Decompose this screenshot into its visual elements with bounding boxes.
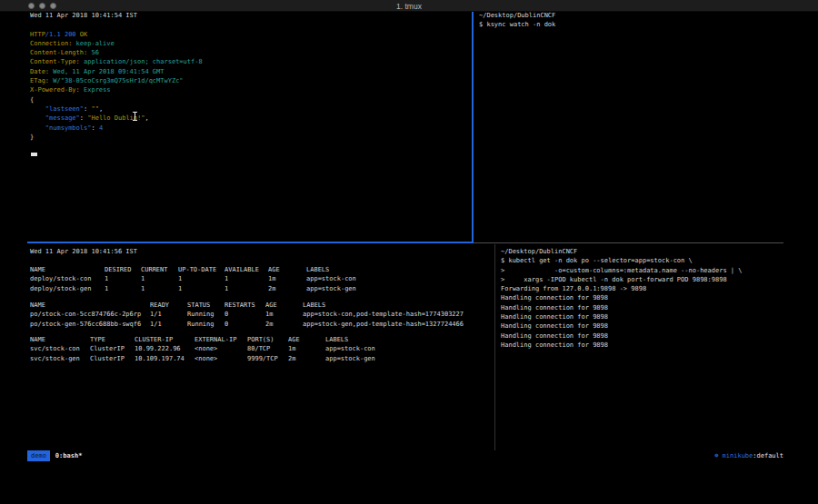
kube-namespace: :default xyxy=(753,452,783,460)
header-value: keep-alive xyxy=(76,40,115,47)
cell: <none> xyxy=(195,354,247,363)
cell: po/stock-gen-576cc688bb-swqf6 xyxy=(30,320,150,329)
cell: 1/1 xyxy=(150,310,187,319)
cell: 1 xyxy=(178,284,224,293)
cell: 1 xyxy=(141,274,178,283)
cell: 1 xyxy=(141,284,178,293)
cell: app=stock-con,pod-template-hash=17743032… xyxy=(303,310,494,319)
cell: 1m xyxy=(268,274,306,283)
json-number-value: 4 xyxy=(99,124,103,132)
cell: ClusterIP xyxy=(90,354,135,363)
json-separator: : xyxy=(80,114,87,122)
json-key: "message" xyxy=(45,114,80,122)
cell: STATUS xyxy=(187,301,224,310)
cell: AGE xyxy=(268,265,306,274)
header-value: 56 xyxy=(91,49,98,56)
cell: app=stock-gen xyxy=(325,354,462,363)
cell: UP-TO-DATE xyxy=(178,265,224,274)
cell: 1m xyxy=(288,344,325,353)
table-header-row: NAME TYPE CLUSTER-IP EXTERNAL-IP PORT(S)… xyxy=(30,335,462,344)
cell: RESTARTS xyxy=(224,301,265,310)
cell: 1 xyxy=(224,284,268,293)
json-brace: } xyxy=(30,133,34,141)
pane-ksync[interactable]: ~/Desktop/DublinCNCF $ ksync watch -n do… xyxy=(479,11,555,30)
cell: ClusterIP xyxy=(90,344,135,353)
clock-line: Wed 11 Apr 2018 10:41:54 IST xyxy=(30,12,137,19)
cell: 2m xyxy=(288,354,325,363)
header-value: application/json; charset=utf-8 xyxy=(84,58,203,65)
json-comma: , xyxy=(145,114,148,122)
cell: app=stock-con xyxy=(306,274,488,283)
cell: 9999/TCP xyxy=(247,354,288,363)
pane-border-horizontal-left[interactable] xyxy=(27,242,474,243)
clock-line: Wed 11 Apr 2018 10:41:56 IST xyxy=(30,248,137,255)
cell: TYPE xyxy=(90,335,135,344)
cell: NAME xyxy=(30,301,150,310)
cell: CURRENT xyxy=(141,265,178,274)
json-comma: , xyxy=(99,105,103,113)
window-title: 1. tmux xyxy=(0,2,818,11)
pane-port-forward[interactable]: ~/Desktop/DublinCNCF $ kubectl get -n do… xyxy=(501,247,743,350)
cell: Running xyxy=(187,310,224,319)
terminal-window: 1. tmux Wed 11 Apr 2018 10:41:54 IST HTT… xyxy=(0,0,818,504)
pane-http-response[interactable]: Wed 11 Apr 2018 10:41:54 IST HTTP/1.1 20… xyxy=(30,11,203,142)
pane-border-vertical-bottom[interactable] xyxy=(494,244,495,450)
cell: NAME xyxy=(30,335,90,344)
cell: 10.99.222.96 xyxy=(135,344,195,353)
pane-border-horizontal-right[interactable] xyxy=(474,242,783,243)
http-reason: OK xyxy=(80,31,87,38)
cell: CLUSTER-IP xyxy=(135,335,195,344)
cell: NAME xyxy=(30,265,105,274)
json-separator: : xyxy=(91,124,98,132)
cell: svc/stock-gen xyxy=(30,354,90,363)
header-value: W/"38-05coCsrg3mQ75sHr1d/qcMTwYZc" xyxy=(53,77,183,84)
header-value: Express xyxy=(84,86,111,94)
json-brace: { xyxy=(30,96,34,104)
header-name: Content-Type: xyxy=(30,58,80,65)
cell: EXTERNAL-IP xyxy=(195,335,247,344)
table-row: svc/stock-con ClusterIP 10.99.222.96 <no… xyxy=(30,344,462,353)
cell: app=stock-gen xyxy=(306,284,488,293)
cell: READY xyxy=(150,301,187,310)
kubernetes-wheel-icon: ☸ xyxy=(714,452,718,460)
cell: LABELS xyxy=(303,301,494,310)
json-string-value: "" xyxy=(91,105,98,113)
deployments-table[interactable]: NAME DESIRED CURRENT UP-TO-DATE AVAILABL… xyxy=(30,265,488,293)
cell: 1 xyxy=(224,274,268,283)
cell: po/stock-con-5cc874766c-2p6rp xyxy=(30,310,150,319)
kube-context: minikube xyxy=(723,452,753,460)
cell: app=stock-gen,pod-template-hash=13277244… xyxy=(303,320,494,329)
cell: 2m xyxy=(265,320,303,329)
tmux-session-name[interactable]: demo xyxy=(27,450,50,461)
tmux-window-tab[interactable]: 0:bash* xyxy=(55,450,83,461)
terminal-cursor xyxy=(31,153,37,156)
pods-table[interactable]: NAME READY STATUS RESTARTS AGE LABELS po… xyxy=(30,301,494,329)
pane-kubectl-watch[interactable]: Wed 11 Apr 2018 10:41:56 IST xyxy=(30,247,137,256)
json-key: "lastseen" xyxy=(45,105,84,113)
json-key: "numsymbols" xyxy=(45,124,92,132)
table-row: svc/stock-gen ClusterIP 10.109.197.74 <n… xyxy=(30,354,462,363)
cell: LABELS xyxy=(306,265,488,274)
header-name: X-Powered-By: xyxy=(30,86,80,94)
tmux-status-right: ☸ minikube:default xyxy=(714,450,783,461)
cell: Running xyxy=(187,320,224,329)
cell: 1/1 xyxy=(150,320,187,329)
header-name: Content-Length: xyxy=(30,49,87,56)
pane-border-vertical-top[interactable] xyxy=(472,12,474,242)
services-table[interactable]: NAME TYPE CLUSTER-IP EXTERNAL-IP PORT(S)… xyxy=(30,335,462,363)
table-row: po/stock-con-5cc874766c-2p6rp 1/1 Runnin… xyxy=(30,310,494,319)
cell: app=stock-con xyxy=(325,344,462,353)
cell: 0 xyxy=(224,310,265,319)
cell: deploy/stock-con xyxy=(30,274,105,283)
cell: AGE xyxy=(265,301,303,310)
tmux-status-bar: demo 0:bash* ☸ minikube:default xyxy=(0,450,818,461)
http-protocol: HTTP xyxy=(30,31,45,38)
cell: LABELS xyxy=(325,335,462,344)
cell: deploy/stock-gen xyxy=(30,284,105,293)
http-version-code: /1.1 200 xyxy=(45,31,76,38)
cell: AVAILABLE xyxy=(224,265,268,274)
cell: AGE xyxy=(288,335,325,344)
cell: 1 xyxy=(105,284,141,293)
header-name: Date: xyxy=(30,68,49,75)
table-row: deploy/stock-con 1 1 1 1 1m app=stock-co… xyxy=(30,274,488,283)
